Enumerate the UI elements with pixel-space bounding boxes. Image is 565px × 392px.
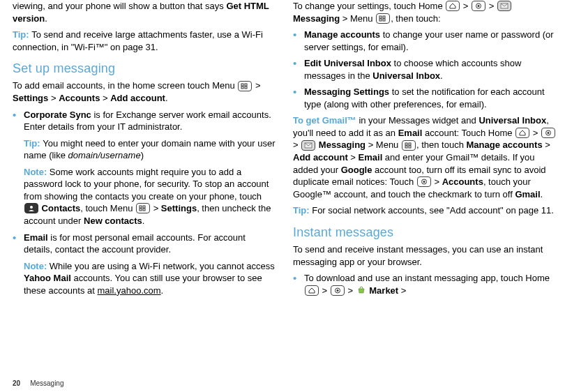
svg-rect-2 [241,86,243,89]
bullet-list: To download and use an instant messaging… [293,272,557,296]
svg-rect-6 [143,206,145,208]
home-icon [446,1,460,11]
text-bold: Universal Inbox [372,70,440,81]
svg-rect-12 [379,16,382,18]
text-bold: Email [398,128,423,138]
menu-icon [136,203,150,213]
intro-paragraph: viewing, and your phone will show a butt… [13,0,276,24]
text: While you are using a Wi-Fi network, you… [50,261,275,271]
tip-paragraph: Tip: You might need to enter your domain… [24,137,276,162]
list-item: Manage accounts to change your user name… [293,29,557,53]
svg-point-17 [547,132,549,134]
left-column: viewing, and your phone will show a butt… [13,0,276,301]
text: , then touch [416,140,467,150]
tip-label: Tip: [293,205,312,216]
text-bold: Google [341,165,372,175]
settings-paragraph: To change your settings, touch Home > > … [293,0,557,24]
svg-rect-3 [245,86,247,89]
text-bold: Yahoo Mail [24,273,71,283]
text: viewing, and your phone will show a butt… [13,1,226,11]
text-line: Email is for most personal email account… [24,232,276,256]
text: > [48,93,59,103]
home-icon [305,285,319,296]
circle-icon [472,1,485,11]
text: > Menu [340,13,375,24]
svg-rect-15 [383,19,385,21]
text-bold: Email [359,152,383,163]
text: > [543,140,550,150]
text: in your Messages widget and [356,115,479,126]
svg-rect-1 [245,84,247,86]
note-paragraph: Note: While you are using a Wi-Fi networ… [24,260,276,297]
text: > [293,140,301,150]
heading-instant-messages: Instant messages [293,224,557,241]
menu-icon [376,13,390,24]
text: > Menu [366,140,401,150]
gmail-paragraph: To get Gmail™ in your Messages widget an… [293,114,557,200]
list-item: Corporate Sync is for Exchange server wo… [13,109,276,227]
svg-rect-5 [140,206,142,208]
page-number: 20 [13,379,20,387]
svg-rect-0 [241,84,243,86]
svg-point-10 [478,5,480,7]
text: . [165,93,168,103]
text-bold: Contacts [39,203,80,213]
bullet-list: Manage accounts to change your user name… [293,29,557,110]
tip-paragraph: Tip: To send and receive large attachmen… [13,29,276,53]
circle-icon [541,128,555,138]
text-bold: Manage accounts [467,140,543,150]
menu-icon [238,81,252,91]
text-bold: Email [24,232,48,243]
home-icon [515,128,529,138]
mail-icon [497,1,511,11]
svg-point-4 [30,206,33,209]
text: > [530,128,541,138]
page-footer: 20Messaging [13,379,63,389]
svg-rect-14 [379,19,382,21]
tip-label: Tip: [13,29,31,40]
text: > [151,203,161,213]
tip-paragraph: Tip: For social network accounts, see "A… [293,204,557,217]
note-paragraph: Note: Some work accounts might require y… [24,166,276,227]
text: > [486,1,497,11]
text-bold: Market [367,285,399,296]
circle-icon [331,285,345,296]
text-bold: Messaging [316,140,366,150]
text: > [398,285,406,296]
text: . [541,189,543,199]
text: . [142,216,145,226]
text-bold: Accounts [59,93,100,103]
list-item: Messaging Settings to set the notificati… [293,86,557,110]
text-bold: Manage accounts [304,29,380,40]
heading-setup-messaging: Set up messaging [13,60,276,77]
text-bold: Universal Inbox [479,115,546,126]
text-line: Corporate Sync is for Exchange server wo… [24,109,276,133]
text-bold: Gmail [515,189,540,199]
mail-icon [301,140,315,151]
text-bold: Settings [13,93,48,103]
setup-paragraph: To add email accounts, in the home scree… [13,80,276,104]
svg-rect-8 [143,209,145,211]
text: , then touch: [391,13,441,24]
text: > [460,1,471,11]
text: . [161,285,164,296]
text: > [253,80,260,91]
text-italic: domain/username [68,150,141,160]
text: To send and receive large attachments fa… [13,29,263,52]
contacts-icon [24,203,38,213]
text: To add email accounts, in the home scree… [13,80,237,91]
svg-point-26 [336,289,338,292]
text-bold: Corporate Sync [24,110,91,120]
text: > [319,285,330,296]
right-column: To change your settings, touch Home > > … [293,0,557,301]
text-bold: New contacts [84,216,142,226]
text: Some work accounts might require you to … [24,167,269,202]
text: To change your settings, touch Home [293,1,445,11]
market-icon [356,286,366,295]
link-text: mail.yahoo.com [98,285,161,296]
svg-point-24 [423,181,425,183]
toget-label: To get Gmail™ [293,115,356,126]
bullet-list: Corporate Sync is for Exchange server wo… [13,109,276,297]
text: , touch Menu [80,203,135,213]
list-item: Edit Universal Inbox to choose which acc… [293,57,557,82]
